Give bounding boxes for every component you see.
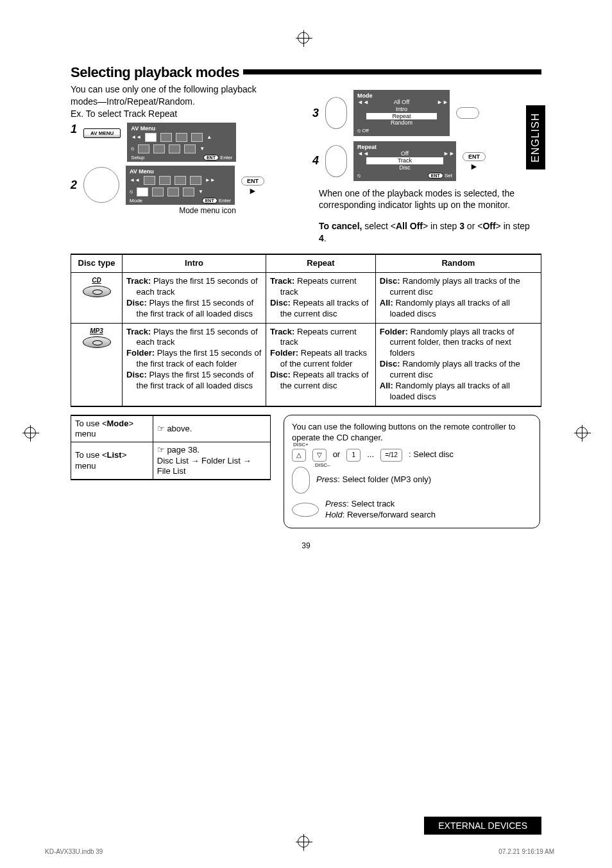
registration-mark-icon [24, 427, 36, 438]
menu-icon [145, 133, 157, 142]
cell-repeat: Track: Repeats current trackFolder: Repe… [266, 323, 376, 406]
menu-icon [153, 144, 165, 153]
repeat-panel: Repeat ◄◄ Off Track Disc ►► ⦸ENT Set [353, 141, 456, 180]
menu-icon [138, 144, 149, 153]
step-number: 3 [312, 107, 319, 120]
step-number: 4 [312, 154, 319, 168]
print-crumb-left: KD-AVX33U.indb 39 [45, 848, 103, 855]
cell-intro: Track: Plays the first 15 seconds of eac… [123, 323, 266, 406]
av-menu-button[interactable]: AV MENU [83, 128, 121, 138]
step-number: 2 [71, 178, 77, 192]
panel-item: All Off [366, 99, 437, 106]
panel-item-selected: Repeat [366, 113, 437, 120]
cell-left: To use <Mode> menu [71, 415, 153, 442]
menu-icon [176, 133, 187, 142]
page-title: Selecting playback modes [71, 64, 239, 81]
disc-icon [83, 336, 111, 348]
panel-foot-left: Setup [131, 155, 144, 161]
panel-item-selected: Track [366, 157, 443, 164]
ent-pill: ENT [428, 173, 443, 178]
cancel-note: To cancel, select <All Off> in step 3 or… [312, 220, 541, 245]
th-disc-type: Disc type [71, 254, 123, 272]
disc-type-cell: MP3 [71, 323, 123, 406]
cell-right: ☞ page 38.Disc List → Folder List → File… [153, 442, 270, 480]
menu-icon [169, 144, 180, 153]
step-number: 1 [71, 123, 77, 136]
panel-bottom: Set [445, 173, 452, 178]
cell-intro: Track: Plays the first 15 seconds of eac… [123, 273, 266, 324]
panel-item: Disc [366, 164, 443, 171]
menu-icon [144, 176, 155, 185]
th-random: Random [375, 254, 541, 272]
play-icon: ► [248, 186, 257, 196]
ent-control-icon[interactable] [456, 107, 479, 119]
select-track-label: : Select track [346, 499, 395, 508]
table-row: MP3 Track: Plays the first 15 seconds of… [71, 323, 541, 406]
menu-icon [183, 187, 194, 196]
remote-controller-box: You can use the following buttons on the… [284, 415, 540, 529]
panel-foot-left: Mode [130, 198, 142, 204]
hold-label: Hold [325, 510, 343, 519]
disc-down-button[interactable]: ▽ [312, 449, 327, 462]
updown-control-icon[interactable] [292, 467, 310, 494]
cell-repeat: Track: Repeats current trackDisc: Repeat… [266, 273, 376, 324]
th-repeat: Repeat [266, 254, 376, 272]
ent-pill: ENT [203, 155, 219, 161]
menu-icon [137, 187, 148, 196]
intro-text: You can use only one of the following pl… [71, 83, 269, 108]
key-1[interactable]: 1 [346, 449, 361, 462]
play-icon: ► [470, 161, 479, 171]
disc-type-cell: CD [71, 273, 123, 324]
panel-item: Intro [366, 106, 437, 113]
menu-icon [190, 176, 201, 185]
key-12[interactable]: =/12 [380, 449, 402, 462]
disc-up-button[interactable]: △ [292, 449, 306, 462]
menu-reference-table: To use <Mode> menu ☞ above. To use <List… [71, 415, 271, 480]
cell-random: Disc: Randomly plays all tracks of the c… [375, 273, 541, 324]
th-intro: Intro [123, 254, 266, 272]
ent-pill: ENT [202, 198, 217, 204]
cell-right: ☞ above. [153, 415, 270, 442]
updown-control-icon[interactable] [325, 145, 347, 177]
mode-caption: Mode menu icon [115, 206, 300, 215]
or-text: or [333, 449, 341, 460]
panel-title: AV Menu [131, 125, 232, 132]
leftright-control-icon[interactable] [292, 503, 319, 517]
reverse-forward-label: : Reverse/forward search [343, 510, 436, 519]
wheel-control-icon[interactable] [83, 167, 119, 203]
menu-icon [191, 133, 203, 142]
panel-bottom: Off [362, 128, 369, 134]
panel-item: Random [366, 119, 437, 126]
playback-note: When one of the playback modes is select… [312, 187, 541, 212]
panel-title: AV Menu [130, 168, 231, 175]
disc-icon [83, 286, 111, 297]
menu-icon [167, 187, 179, 196]
remote-lead: You can use the following buttons on the… [292, 422, 532, 444]
disc-plus-label: DISC+ [293, 442, 309, 447]
av-menu-panel: AV Menu ◄◄►► ⦸▼ ModeENT Enter [126, 166, 235, 205]
ent-button[interactable]: ENT [241, 177, 264, 186]
table-row: To use <Mode> menu ☞ above. [71, 415, 271, 442]
section-footer: EXTERNAL DEVICES [424, 817, 541, 835]
title-bar [243, 69, 541, 74]
registration-mark-icon [298, 836, 309, 847]
mode-panel: Mode ◄◄ All Off Intro Repeat Random ►► ⦸… [353, 90, 450, 136]
intro-example: Ex. To select Track Repeat [71, 108, 269, 120]
disc-minus-label: DISC– [315, 463, 330, 468]
menu-icon [152, 187, 164, 196]
print-crumb-right: 07.2.21 9:16:19 AM [498, 848, 554, 855]
ent-button[interactable]: ENT [463, 152, 486, 161]
panel-foot-right: Enter [220, 155, 232, 161]
updown-control-icon[interactable] [325, 97, 347, 129]
table-row: To use <List> menu ☞ page 38.Disc List →… [71, 442, 271, 480]
page-number: 39 [71, 541, 541, 550]
press-label: Press [325, 499, 346, 508]
press-label: Press [316, 474, 337, 484]
panel-item: Off [366, 150, 443, 157]
panel-title: Mode [357, 92, 446, 99]
table-row: CD Track: Plays the first 15 seconds of … [71, 273, 541, 324]
panel-title: Repeat [357, 144, 452, 150]
dots: ... [367, 449, 374, 460]
registration-mark-icon [576, 427, 588, 438]
menu-icon [159, 176, 171, 185]
